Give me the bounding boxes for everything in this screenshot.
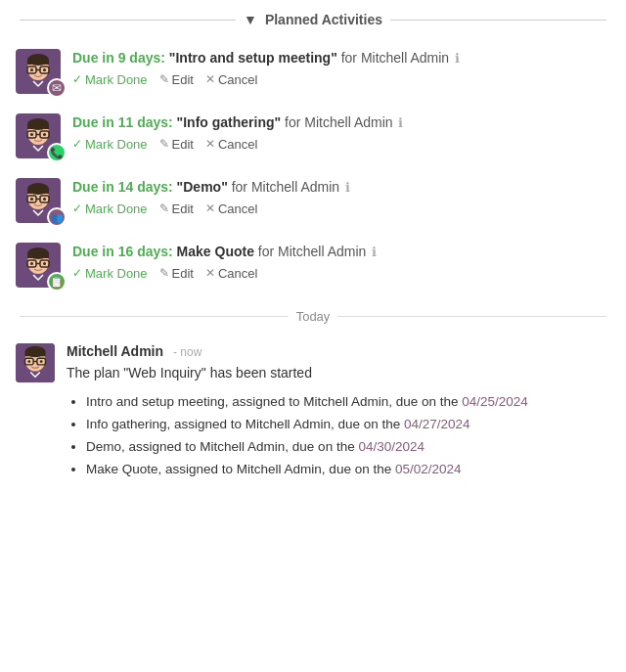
- due-title-2: "Info gathering": [177, 114, 282, 130]
- info-icon-3[interactable]: ℹ: [345, 180, 350, 195]
- activity-due-1: Due in 9 days: "Intro and setup meeting"…: [72, 49, 610, 68]
- svg-point-8: [43, 68, 46, 71]
- badge-document-4: 📋: [47, 272, 67, 291]
- for-user-3: for Mitchell Admin: [232, 179, 339, 195]
- today-label: Today: [296, 309, 331, 324]
- edit-btn-2[interactable]: ✎ Edit: [159, 137, 194, 152]
- info-icon-1[interactable]: ℹ: [455, 51, 460, 66]
- due-label-3: Due in 14 days:: [72, 179, 173, 195]
- badge-meeting-3: 👥: [47, 207, 67, 227]
- svg-rect-33: [27, 253, 49, 258]
- activity-actions-1: ✓ Mark Done ✎ Edit ✕ Cancel: [72, 72, 610, 87]
- due-title-3: "Demo": [177, 179, 228, 195]
- avatar-wrap-2: 📞: [16, 113, 61, 158]
- activity-actions-2: ✓ Mark Done ✎ Edit ✕ Cancel: [72, 137, 610, 152]
- cancel-btn-1[interactable]: ✕ Cancel: [205, 72, 257, 87]
- activity-due-4: Due in 16 days: Make Quote for Mitchell …: [72, 243, 610, 262]
- due-title-4: Make Quote: [177, 244, 254, 259]
- svg-point-18: [43, 133, 46, 136]
- svg-point-27: [30, 198, 33, 201]
- log-avatar: [16, 343, 55, 382]
- svg-point-47: [27, 360, 30, 363]
- svg-rect-43: [25, 352, 46, 357]
- mark-done-btn-4[interactable]: ✓ Mark Done: [72, 266, 148, 281]
- activity-actions-3: ✓ Mark Done ✎ Edit ✕ Cancel: [72, 202, 610, 216]
- log-author: Mitchell Admin: [67, 343, 163, 359]
- activity-item-4: 📋 Due in 16 days: Make Quote for Mitchel…: [0, 233, 626, 297]
- mark-done-btn-2[interactable]: ✓ Mark Done: [72, 137, 148, 152]
- log-content: Mitchell Admin - now The plan "Web Inqui…: [67, 343, 610, 481]
- section-title: Planned Activities: [265, 12, 382, 27]
- svg-point-17: [30, 133, 33, 136]
- today-divider: Today: [0, 297, 626, 336]
- log-list-item-2: Info gathering, assigned to Mitchell Adm…: [86, 414, 610, 436]
- badge-phone-2: 📞: [47, 143, 67, 162]
- x-icon-3: ✕: [205, 202, 215, 215]
- check-icon-2: ✓: [72, 137, 82, 151]
- planned-activities-header: ▼ Planned Activities: [0, 0, 626, 39]
- pencil-icon-2: ✎: [159, 137, 169, 151]
- svg-point-48: [40, 360, 43, 363]
- log-date-1: 04/25/2024: [462, 394, 528, 409]
- log-date-3: 04/30/2024: [358, 439, 425, 454]
- avatar-svg: [16, 343, 55, 382]
- log-header: Mitchell Admin - now: [67, 343, 610, 359]
- avatar-wrap-4: 📋: [16, 243, 61, 288]
- svg-rect-3: [27, 60, 49, 65]
- info-icon-2[interactable]: ℹ: [398, 115, 403, 130]
- log-list-item-1: Intro and setup meeting, assigned to Mit…: [86, 391, 610, 414]
- info-icon-4[interactable]: ℹ: [372, 245, 377, 259]
- pencil-icon-1: ✎: [159, 72, 169, 86]
- svg-point-37: [30, 262, 33, 265]
- cancel-btn-4[interactable]: ✕ Cancel: [205, 266, 257, 281]
- pencil-icon-3: ✎: [159, 202, 169, 215]
- mark-done-btn-3[interactable]: ✓ Mark Done: [72, 202, 148, 216]
- svg-rect-23: [27, 189, 49, 194]
- due-label-2: Due in 11 days:: [72, 114, 173, 130]
- activity-actions-4: ✓ Mark Done ✎ Edit ✕ Cancel: [72, 266, 610, 281]
- activity-content-2: Due in 11 days: "Info gathering" for Mit…: [72, 113, 610, 152]
- activity-due-3: Due in 14 days: "Demo" for Mitchell Admi…: [72, 178, 610, 198]
- activity-item-1: ✉ Due in 9 days: "Intro and setup meetin…: [0, 39, 626, 104]
- activity-content-4: Due in 16 days: Make Quote for Mitchell …: [72, 243, 610, 281]
- edit-btn-1[interactable]: ✎ Edit: [159, 72, 194, 87]
- due-title-1: "Intro and setup meeting": [169, 50, 337, 66]
- check-icon-4: ✓: [72, 266, 82, 280]
- avatar-wrap-1: ✉: [16, 49, 61, 94]
- x-icon-1: ✕: [205, 72, 215, 86]
- log-list-item-4: Make Quote, assigned to Mitchell Admin, …: [86, 459, 610, 481]
- edit-btn-4[interactable]: ✎ Edit: [159, 266, 194, 281]
- x-icon-2: ✕: [205, 137, 215, 151]
- log-date-2: 04/27/2024: [404, 417, 470, 431]
- cancel-btn-3[interactable]: ✕ Cancel: [205, 202, 257, 216]
- pencil-icon-4: ✎: [159, 266, 169, 280]
- edit-btn-3[interactable]: ✎ Edit: [159, 202, 194, 216]
- for-user-2: for Mitchell Admin: [285, 114, 392, 130]
- for-user-1: for Mitchell Admin: [341, 50, 449, 66]
- svg-point-28: [43, 198, 46, 201]
- activity-item-2: 📞 Due in 11 days: "Info gathering" for M…: [0, 104, 626, 168]
- svg-rect-13: [27, 124, 49, 129]
- avatar-wrap-3: 👥: [16, 178, 61, 223]
- log-list-item-3: Demo, assigned to Mitchell Admin, due on…: [86, 436, 610, 459]
- due-label-4: Due in 16 days:: [72, 244, 173, 259]
- mark-done-btn-1[interactable]: ✓ Mark Done: [72, 72, 148, 87]
- due-label-1: Due in 9 days:: [72, 50, 165, 66]
- activity-content-1: Due in 9 days: "Intro and setup meeting"…: [72, 49, 610, 87]
- svg-point-38: [43, 262, 46, 265]
- cancel-btn-2[interactable]: ✕ Cancel: [205, 137, 257, 152]
- log-date-4: 05/02/2024: [395, 462, 462, 476]
- activity-content-3: Due in 14 days: "Demo" for Mitchell Admi…: [72, 178, 610, 216]
- collapse-icon[interactable]: ▼: [244, 12, 257, 27]
- activities-list: ✉ Due in 9 days: "Intro and setup meetin…: [0, 39, 626, 297]
- log-items-list: Intro and setup meeting, assigned to Mit…: [67, 391, 610, 481]
- log-intro: The plan "Web Inquiry" has been started: [67, 363, 610, 383]
- check-icon-1: ✓: [72, 72, 82, 86]
- log-time: - now: [173, 345, 201, 359]
- check-icon-3: ✓: [72, 202, 82, 215]
- activity-due-2: Due in 11 days: "Info gathering" for Mit…: [72, 113, 610, 133]
- for-user-4: for Mitchell Admin: [258, 244, 366, 259]
- x-icon-4: ✕: [205, 266, 215, 280]
- svg-point-7: [30, 68, 33, 71]
- badge-email-1: ✉: [47, 78, 67, 98]
